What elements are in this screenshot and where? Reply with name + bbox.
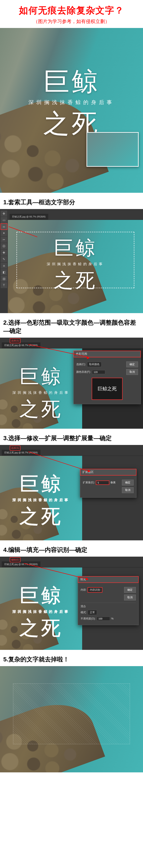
ps-tool-panel: ✥ ▭ ⌯ ✦ ✂ ⦿ ✚ ✎ ⧈ ◧ ▤ T: [0, 209, 8, 313]
sample-subline: 深圳搁浅抹香鲸的身后事: [4, 610, 78, 614]
move-tool-icon[interactable]: ✥: [1, 211, 7, 217]
sample-subline: 深圳搁浅抹香鲸的身后事: [7, 99, 136, 106]
hero-image: 巨鲸 深圳搁浅抹香鲸的身后事 之死: [0, 28, 143, 193]
sample-line1: 巨鲸: [4, 473, 78, 495]
step5-screenshot: [0, 666, 143, 772]
mode-dropdown[interactable]: 正常: [88, 610, 97, 615]
expand-selection-dialog: 扩展选区 扩展量(E): 像素 确定 取消: [80, 469, 137, 498]
content-label: 内容:: [81, 588, 87, 592]
step3-label: 3.选择—修改—扩展—调整扩展量—确定: [0, 429, 143, 445]
result-image: [0, 666, 143, 772]
ps-right-panel: [82, 456, 143, 540]
cancel-button[interactable]: 取消: [122, 487, 134, 493]
color-range-preview: 巨鲸之死: [92, 378, 122, 400]
heal-tool-icon[interactable]: ✚: [1, 250, 7, 256]
ok-button[interactable]: 确定: [126, 362, 138, 367]
opacity-label: 不透明度(O):: [81, 617, 96, 621]
menu-select-hint[interactable]: 选择(S): [10, 339, 20, 343]
eyedropper-tool-icon[interactable]: ⦿: [1, 243, 7, 249]
ok-button[interactable]: 确定: [122, 479, 134, 486]
ok-button[interactable]: 确定: [124, 587, 136, 593]
sample-subline: 深圳搁浅抹香鲸的身后事: [4, 498, 78, 502]
expand-unit: 像素: [111, 481, 116, 485]
step1-screenshot: ✥ ▭ ⌯ ✦ ✂ ⦿ ✚ ✎ ⧈ ◧ ▤ T 巨鲸之死.jpg @ 66.7%…: [0, 209, 143, 313]
marquee-tool-icon[interactable]: ▭: [1, 217, 7, 223]
opacity-input[interactable]: [97, 617, 110, 621]
eraser-tool-icon[interactable]: ◧: [1, 269, 7, 275]
ps-topbar: 巨鲸之死.jpg @ 66.7% (RGB/8): [8, 209, 143, 220]
ps-canvas: 巨鲸 深圳搁浅抹香鲸的身后事 之死: [0, 456, 82, 540]
mode-label: 模式:: [81, 611, 87, 614]
gradient-tool-icon[interactable]: ▤: [1, 276, 7, 282]
page-header: 如何无痕去除复杂文字？ （图片为学习参考，如有侵权立删）: [0, 0, 143, 28]
document-tab[interactable]: 巨鲸之死.jpg @ 66.7% (RGB/8): [9, 214, 48, 220]
step1-label: 1.套索工具—框选文字部分: [0, 193, 143, 209]
sampled-colors-dropdown[interactable]: 取样颜色: [87, 362, 101, 367]
sample-line1: 巨鲸: [7, 67, 136, 96]
menu-select-hint[interactable]: 选择(S): [10, 446, 20, 451]
expand-value-input[interactable]: [96, 481, 109, 485]
sample-text-selected: 巨鲸 深圳搁浅抹香鲸的身后事 之死: [4, 473, 78, 527]
sample-text-overlay: 巨鲸 深圳搁浅抹香鲸的身后事 之死: [7, 67, 136, 138]
menu-edit-hint[interactable]: 编辑(E): [10, 557, 20, 562]
ps-canvas: 巨鲸 深圳搁浅抹香鲸的身后事 之死: [0, 348, 82, 429]
lasso-tool-icon[interactable]: ⌯: [1, 223, 7, 229]
remaining-selection-outline: [13, 683, 130, 744]
blend-section-label: 混合: [81, 602, 136, 608]
red-arrow-head-icon: [87, 356, 90, 360]
select-label: 选择(C):: [76, 363, 86, 366]
type-tool-icon[interactable]: T: [1, 282, 7, 288]
sample-line2: 之死: [4, 506, 78, 527]
step3-screenshot: 选择(S) 巨鲸之死.jpg @ 66.7% (RGB/8) 巨鲸 深圳搁浅抹香…: [0, 445, 143, 540]
sample-line2: 之死: [4, 617, 78, 639]
content-aware-dropdown[interactable]: 内容识别: [88, 587, 102, 592]
document-tab[interactable]: 巨鲸之死.jpg @ 66.7% (RGB/8): [2, 450, 41, 456]
stamp-tool-icon[interactable]: ⧈: [1, 262, 7, 269]
color-range-dialog: 色彩范围 选择(C): 取样颜色 确定 颜色容差(F): 取消 巨鲸之死: [73, 351, 141, 404]
zoom-inset: [87, 132, 139, 167]
fuzziness-input[interactable]: [92, 370, 105, 374]
sample-line1: 巨鲸: [4, 366, 78, 387]
sample-line1: 巨鲸: [4, 585, 78, 606]
step4-label: 4.编辑—填充—内容识别—确定: [0, 540, 143, 557]
ps-canvas: 巨鲸 深圳搁浅抹香鲸的身后事 之死: [0, 567, 82, 650]
sample-line2: 之死: [4, 398, 78, 420]
fill-dialog: 填充 内容: 内容识别 确定 取消 混合 模式: 正常 不透明度(O): %: [78, 576, 139, 625]
ps-topbar: 选择(S) 巨鲸之死.jpg @ 66.7% (RGB/8): [0, 445, 143, 456]
wand-tool-icon[interactable]: ✦: [1, 230, 7, 236]
step2-screenshot: 选择(S) 巨鲸之死.jpg @ 66.7% (RGB/8) 巨鲸 深圳搁浅抹香…: [0, 338, 143, 429]
preview-text: 巨鲸之死: [98, 386, 117, 392]
ps-topbar: 编辑(E) 巨鲸之死.jpg @ 66.7% (RGB/8): [0, 557, 143, 567]
sample-text-selected: 巨鲸 深圳搁浅抹香鲸的身后事 之死: [4, 585, 78, 639]
ps-topbar: 选择(S) 巨鲸之死.jpg @ 66.7% (RGB/8): [0, 338, 143, 348]
step2-label: 2.选择—色彩范围—吸取文字颜色—调整颜色容差—确定: [0, 313, 143, 338]
fuzziness-label: 颜色容差(F):: [76, 370, 91, 374]
crop-tool-icon[interactable]: ✂: [1, 237, 7, 243]
sample-text-overlay: 巨鲸 深圳搁浅抹香鲸的身后事 之死: [15, 237, 136, 291]
step5-label: 5.复杂的文字就去掉啦！: [0, 650, 143, 666]
sample-line1: 巨鲸: [15, 237, 136, 259]
brush-tool-icon[interactable]: ✎: [1, 256, 7, 262]
cancel-button[interactable]: 取消: [124, 595, 136, 600]
expand-by-label: 扩展量(E):: [83, 481, 95, 485]
opacity-pct: %: [111, 617, 114, 620]
sample-text-overlay: 巨鲸 深圳搁浅抹香鲸的身后事 之死: [4, 366, 78, 420]
sample-subline: 深圳搁浅抹香鲸的身后事: [4, 391, 78, 395]
sample-line2: 之死: [15, 270, 136, 291]
document-tab[interactable]: 巨鲸之死.jpg @ 66.7% (RGB/8): [2, 561, 41, 567]
cancel-button[interactable]: 取消: [126, 369, 138, 375]
sample-subline: 深圳搁浅抹香鲸的身后事: [15, 262, 136, 267]
page-title: 如何无痕去除复杂文字？: [2, 4, 141, 17]
step4-screenshot: 编辑(E) 巨鲸之死.jpg @ 66.7% (RGB/8) 巨鲸 深圳搁浅抹香…: [0, 557, 143, 650]
page-subtitle: （图片为学习参考，如有侵权立删）: [2, 18, 141, 25]
